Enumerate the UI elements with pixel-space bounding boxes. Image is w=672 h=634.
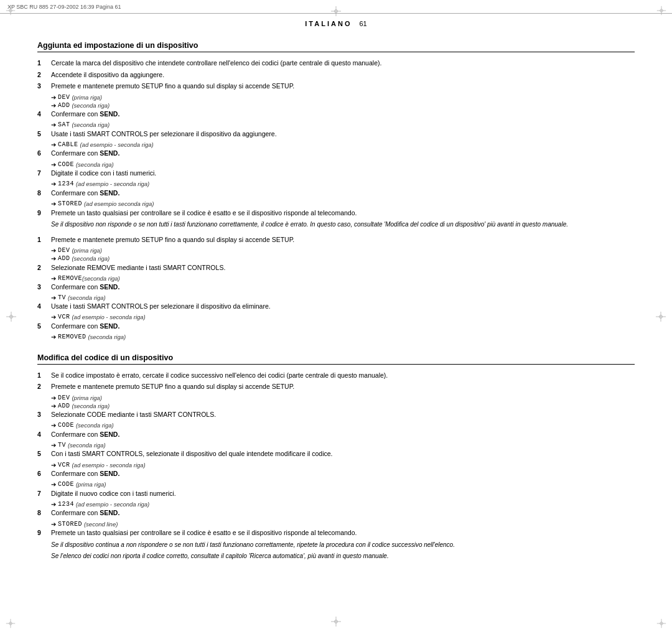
section-modifica: Modifica del codice di un dispositivo 1 … — [37, 353, 635, 561]
step-2-num: 2 — [37, 70, 49, 80]
arrow-icon-b4: ➔ — [51, 314, 56, 320]
stepb-4-code-1: VCR — [58, 314, 70, 320]
page-language: ITALIANO — [305, 20, 352, 27]
step-5-code-1: CABLE — [58, 141, 78, 148]
s2-step-3: 3 Selezionate CODE mediante i tasti SMAR… — [37, 410, 635, 419]
step-7-arrow-1: ➔ 1234 (ad esempio - seconda riga) — [51, 180, 635, 188]
step-3-arrow-2: ➔ ADD (seconda riga) — [51, 101, 635, 109]
stepb-2-num: 2 — [37, 263, 49, 273]
stepb-1-code-1: DEV — [58, 247, 70, 254]
arrow-icon-4: ➔ — [51, 121, 56, 128]
step-7-code-1: 1234 — [58, 180, 74, 187]
stepb-4-arrow-1: ➔ VCR (ad esempio - seconda riga) — [51, 314, 635, 321]
s2-arrow-icon-2a: ➔ — [51, 394, 56, 401]
stepb-4-text: Usate i tasti SMART CONTROLS per selezio… — [51, 302, 635, 311]
step-4: 4 Confermare con SEND. — [37, 110, 635, 119]
arrow-icon-b1a: ➔ — [51, 247, 56, 254]
section1-steps: 1 Cercate la marca del dispositivo che i… — [37, 58, 635, 229]
s2-step-6-num: 6 — [37, 469, 49, 478]
step-6-arrow-1: ➔ CODE (seconda riga) — [51, 161, 635, 168]
step-4-text: Confermare con SEND. — [51, 110, 635, 119]
step-1-text: Cercate la marca del dispositivo che int… — [51, 58, 635, 68]
s2-step-9: 9 Premete un tasto qualsiasi per control… — [37, 528, 635, 538]
s2-step-2-arrow-1: ➔ DEV (prima riga) — [51, 394, 635, 401]
stepb-2-text: Selezionate REMOVE mediante i tasti SMAR… — [51, 263, 635, 273]
s2-step-6-label-1: (prima riga) — [76, 481, 106, 488]
s2-step-8: 8 Confermare con SEND. — [37, 508, 635, 518]
step-8-arrow-1: ➔ STORED (ad esempio seconda riga) — [51, 200, 635, 208]
section-aggiunta-title: Aggiunta ed impostazione di un dispositi… — [37, 41, 635, 52]
s2-step-5-num: 5 — [37, 449, 49, 459]
step-6-text: Confermare con SEND. — [51, 149, 635, 158]
s2-step-8-label-1: (second line) — [84, 521, 118, 528]
section-modifica-title: Modifica del codice di un dispositivo — [37, 353, 635, 365]
stepb-2-label-1: (seconda riga) — [82, 275, 120, 282]
stepb-1-text: Premete e mantenete premuto SETUP fino a… — [51, 235, 635, 245]
s2-step-6: 6 Confermare con SEND. — [37, 469, 635, 478]
step-7: 7 Digitate il codice con i tasti numeric… — [37, 169, 635, 178]
arrow-icon-b3: ➔ — [51, 294, 56, 301]
step-7-label-1: (ad esempio - seconda riga) — [76, 180, 149, 187]
reg-mark-tl — [5, 5, 16, 16]
s2-step-2-code-1: DEV — [58, 394, 70, 401]
stepb-5-arrow-1: ➔ REMOVED (seconda riga) — [51, 333, 635, 341]
s2-step-4-arrow-1: ➔ TV (seconda riga) — [51, 441, 635, 449]
reg-mark-right-mid — [655, 310, 667, 324]
step-1: 1 Cercate la marca del dispositivo che i… — [37, 58, 635, 68]
s2-step-5-code-1: VCR — [58, 462, 70, 469]
step-8-code-1: STORED — [58, 200, 82, 207]
stepb-1-num: 1 — [37, 235, 49, 245]
s2-step-2-code-2: ADD — [58, 403, 70, 409]
page-container: XP SBC RU 885 27-09-2002 16:39 Pagina 61… — [0, 0, 672, 634]
stepb-5-num: 5 — [37, 322, 49, 331]
step-8: 8 Confermare con SEND. — [37, 189, 635, 198]
s2-step-7-code-1: 1234 — [58, 501, 74, 508]
stepb-3-text: Confermare con SEND. — [51, 282, 635, 292]
stepb-1-label-1: (prima riga) — [72, 247, 102, 254]
s2-step-9-note1: Se il dispositivo continua a non rispond… — [51, 540, 635, 549]
s2-step-3-num: 3 — [37, 410, 49, 419]
step-9-note: Se il dispositivo non risponde o se non … — [51, 220, 635, 229]
s2-step-7-label-1: (ad esempio - seconda riga) — [76, 501, 149, 508]
step-5-label-1: (ad esempio - seconda riga) — [80, 141, 153, 148]
page-number: 61 — [359, 20, 366, 27]
step-7-text: Digitate il codice con i tasti numerici. — [51, 169, 635, 178]
s2-step-2: 2 Premete e mantenete premuto SETUP fino… — [37, 382, 635, 391]
s2-step-4: 4 Confermare con SEND. — [37, 430, 635, 439]
step-8-label-1: (ad esempio seconda riga) — [84, 200, 154, 207]
s2-step-5-label-1: (ad esempio - seconda riga) — [72, 462, 145, 469]
s2-step-3-label-1: (seconda riga) — [76, 422, 114, 429]
step-3-text: Premete e mantenete premuto SETUP fino a… — [51, 82, 635, 91]
s2-step-3-arrow-1: ➔ CODE (seconda riga) — [51, 422, 635, 429]
stepb-2-code-1: REMOVE — [58, 275, 82, 282]
step-3-num: 3 — [37, 82, 49, 91]
top-bar-text: XP SBC RU 885 27-09-2002 16:39 Pagina 61 — [7, 4, 121, 10]
step-5-text: Usate i tasti SMART CONTROLS per selezio… — [51, 129, 635, 139]
step-6-code-1: CODE — [58, 161, 74, 168]
stepb-2: 2 Selezionate REMOVE mediante i tasti SM… — [37, 263, 635, 273]
step-6-label-1: (seconda riga) — [76, 161, 114, 168]
step-4-label-1: (seconda riga) — [72, 121, 110, 128]
s2-step-6-code-1: CODE — [58, 481, 74, 488]
section1-removal-steps: 1 Premete e mantenete premuto SETUP fino… — [37, 235, 635, 340]
section2-steps: 1 Se il codice impostato è errato, cerca… — [37, 371, 635, 561]
arrow-icon-5: ➔ — [51, 141, 56, 148]
s2-step-5-text: Con i tasti SMART CONTROLS, selezionate … — [51, 449, 635, 459]
stepb-3-arrow-1: ➔ TV (seconda riga) — [51, 294, 635, 301]
step-1-num: 1 — [37, 58, 49, 68]
arrow-icon-2: ➔ — [51, 102, 56, 109]
s2-step-3-text: Selezionate CODE mediante i tasti SMART … — [51, 410, 635, 419]
step-3: 3 Premete e mantenete premuto SETUP fino… — [37, 82, 635, 91]
s2-step-2-num: 2 — [37, 382, 49, 391]
s2-step-8-num: 8 — [37, 508, 49, 518]
s2-step-7: 7 Digitate il nuovo codice con i tasti n… — [37, 489, 635, 498]
s2-step-6-arrow-1: ➔ CODE (prima riga) — [51, 481, 635, 488]
step-3-label-1: (prima riga) — [72, 94, 102, 101]
stepb-1: 1 Premete e mantenete premuto SETUP fino… — [37, 235, 635, 245]
s2-step-4-text: Confermare con SEND. — [51, 430, 635, 439]
stepb-4: 4 Usate i tasti SMART CONTROLS per selez… — [37, 302, 635, 311]
stepb-1-code-2: ADD — [58, 255, 70, 262]
reg-mark-bl — [5, 618, 16, 629]
s2-step-8-code-1: STORED — [58, 521, 82, 528]
stepb-1-arrow-2: ➔ ADD (seconda riga) — [51, 255, 635, 263]
